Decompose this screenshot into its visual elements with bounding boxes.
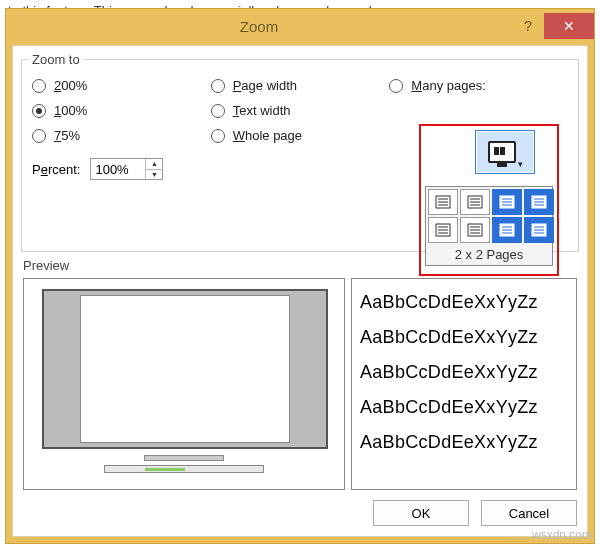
radio-label: Page width [233,78,297,93]
radio-icon [32,104,46,118]
zoom-dialog: Zoom ? ✕ Zoom to 200% 100% 7 [5,8,595,544]
radio-icon [389,79,403,93]
radio-label: Text width [233,103,291,118]
monitor-base [104,465,264,473]
radio-icon [32,129,46,143]
ok-button[interactable]: OK [373,500,469,526]
radio-page-width[interactable]: Page width [211,73,390,98]
sample-line: AaBbCcDdEeXxYyZz [360,285,568,320]
radio-icon [211,129,225,143]
spinner-up-icon[interactable]: ▲ [146,159,162,170]
radio-label: 200% [54,78,87,93]
dialog-title: Zoom [6,18,512,35]
grid-cell-1-4[interactable] [524,189,554,215]
watermark: wsxdn.com [532,528,592,542]
monitor-stand [144,455,224,461]
grid-cell-2-3[interactable] [492,217,522,243]
radio-whole-page[interactable]: Whole page [211,123,390,148]
radio-many-pages[interactable]: Many pages: [389,73,568,98]
titlebar: Zoom ? ✕ [6,9,594,43]
zoom-to-legend: Zoom to [28,52,84,67]
radio-text-width[interactable]: Text width [211,98,390,123]
cancel-button[interactable]: Cancel [481,500,577,526]
grid-cell-1-3[interactable] [492,189,522,215]
chevron-down-icon: ▾ [518,159,523,169]
sample-line: AaBbCcDdEeXxYyZz [360,355,568,390]
many-pages-grid[interactable] [425,186,553,246]
dialog-body: Zoom to 200% 100% 75% [12,45,588,537]
many-pages-grid-label: 2 x 2 Pages [425,244,553,266]
percent-input[interactable] [91,159,145,179]
radio-icon [211,79,225,93]
monitor-icon [488,141,516,163]
monitor-screen [80,295,290,443]
monitor-graphic [42,289,328,449]
grid-cell-2-4[interactable] [524,217,554,243]
percent-label: Percent: [32,162,80,177]
radio-icon [32,79,46,93]
radio-label: Many pages: [411,78,485,93]
sample-line: AaBbCcDdEeXxYyZz [360,425,568,460]
help-button[interactable]: ? [512,14,544,38]
radio-label: 75% [54,128,80,143]
sample-line: AaBbCcDdEeXxYyZz [360,390,568,425]
many-pages-picker-button[interactable]: ▾ [475,130,535,174]
radio-100[interactable]: 100% [32,98,211,123]
grid-cell-2-2[interactable] [460,217,490,243]
sample-line: AaBbCcDdEeXxYyZz [360,320,568,355]
radio-200[interactable]: 200% [32,73,211,98]
radio-label: 100% [54,103,87,118]
font-sample-box: AaBbCcDdEeXxYyZz AaBbCcDdEeXxYyZz AaBbCc… [351,278,577,490]
preview-monitor [23,278,345,490]
grid-cell-1-1[interactable] [428,189,458,215]
preview-label: Preview [23,258,69,273]
grid-cell-2-1[interactable] [428,217,458,243]
radio-label: Whole page [233,128,302,143]
grid-cell-1-2[interactable] [460,189,490,215]
radio-75[interactable]: 75% [32,123,211,148]
close-button[interactable]: ✕ [544,13,594,39]
spinner-down-icon[interactable]: ▼ [146,170,162,180]
percent-spinner[interactable]: ▲ ▼ [90,158,163,180]
radio-icon [211,104,225,118]
